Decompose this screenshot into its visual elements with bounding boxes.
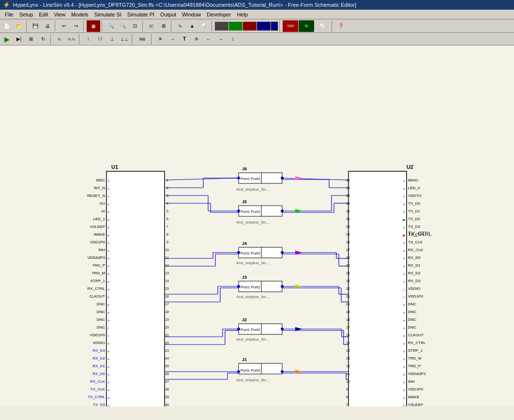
- tb-loop[interactable]: ↻: [37, 33, 49, 45]
- svg-text:11: 11: [346, 372, 350, 375]
- svg-text:11: 11: [165, 256, 169, 259]
- tb-fwd[interactable]: →: [215, 33, 227, 45]
- svg-text:34: 34: [346, 194, 350, 197]
- svg-text:J4: J4: [242, 241, 247, 246]
- tb-open[interactable]: 📂: [13, 20, 25, 32]
- svg-text:×: ×: [107, 233, 110, 238]
- tb-new[interactable]: 📄: [1, 20, 13, 32]
- tb-c3[interactable]: [243, 22, 257, 30]
- menu-simulate-pi[interactable]: Simulate PI: [124, 11, 157, 18]
- svg-text:TX_CLK: TX_CLK: [408, 240, 423, 244]
- svg-text:×: ×: [107, 303, 110, 307]
- tb-undo[interactable]: ↩: [58, 20, 70, 32]
- svg-text:VDDIO: VDDIO: [93, 341, 105, 345]
- tb-measure3[interactable]: ⊥: [106, 33, 118, 45]
- svg-text:VDDA3P3: VDDA3P3: [88, 255, 106, 260]
- tb-measure1[interactable]: ⊺: [82, 33, 94, 45]
- tb-run[interactable]: ▶: [1, 33, 13, 45]
- menu-setup[interactable]: Setup: [16, 11, 36, 18]
- tb-c4[interactable]: [257, 22, 271, 30]
- svg-text:22: 22: [346, 287, 350, 290]
- tb-move[interactable]: ✛: [191, 33, 202, 45]
- svg-text:×: ×: [403, 272, 405, 276]
- svg-text:WAKE: WAKE: [408, 395, 419, 399]
- svg-text:DNC: DNC: [408, 317, 417, 322]
- svg-text:×: ×: [403, 404, 405, 406]
- svg-text:5: 5: [166, 210, 168, 213]
- tb-arrow[interactable]: →: [166, 33, 178, 45]
- svg-text:24: 24: [165, 357, 169, 360]
- menu-simulate-si[interactable]: Simulate SI: [91, 11, 124, 18]
- tb-step2[interactable]: ⊞: [25, 33, 37, 45]
- tb-c1[interactable]: [215, 22, 228, 30]
- svg-text:TX_D2: TX_D2: [408, 217, 420, 221]
- menu-view[interactable]: View: [51, 11, 68, 18]
- tb-redo[interactable]: ↪: [70, 20, 82, 32]
- tb-scope[interactable]: 📊: [198, 20, 210, 32]
- tb-connector[interactable]: ⊞: [158, 20, 169, 32]
- tb-sim2[interactable]: SI: [299, 20, 314, 32]
- svg-text:4mil_stripline_5in...: 4mil_stripline_5in...: [236, 295, 269, 299]
- svg-text:RX_D3: RX_D3: [92, 348, 105, 353]
- schematic-canvas[interactable]: 1 2 3 4 5 6 7 8 9 10 11 12 13 14 15 16 1…: [0, 45, 514, 406]
- svg-text:×: ×: [107, 272, 110, 276]
- menu-help[interactable]: Help: [234, 11, 251, 18]
- tb-sim1[interactable]: SIM: [283, 20, 298, 32]
- tb-help[interactable]: ❓: [335, 20, 347, 32]
- tb-waveform1[interactable]: ∿: [54, 33, 65, 45]
- tb-back[interactable]: ←: [203, 33, 214, 45]
- svg-text:U2: U2: [407, 164, 413, 170]
- tb-measure4[interactable]: ⊥⊥: [119, 33, 130, 45]
- svg-text:STRP_1: STRP_1: [91, 279, 106, 283]
- svg-text:19: 19: [346, 310, 350, 314]
- tb-waveform2[interactable]: ∿∿: [66, 33, 77, 45]
- tb-zoom-fit[interactable]: ⊡: [129, 20, 141, 32]
- svg-text:TX_D3: TX_D3: [93, 403, 105, 406]
- svg-text:19: 19: [165, 318, 169, 321]
- svg-text:STRP_1: STRP_1: [408, 348, 423, 353]
- tb-step[interactable]: ▶|: [13, 33, 25, 45]
- svg-text:×: ×: [403, 280, 405, 284]
- tb-print[interactable]: 🖨: [42, 20, 53, 32]
- svg-text:15: 15: [346, 341, 350, 345]
- svg-point-83: [281, 251, 284, 254]
- tb-probe[interactable]: ▲: [186, 20, 198, 32]
- menu-output[interactable]: Output: [157, 11, 179, 18]
- tb-grid[interactable]: ▦: [87, 20, 100, 32]
- svg-text:×: ×: [403, 241, 405, 245]
- svg-text:J5: J5: [242, 199, 247, 204]
- svg-text:VDDA3P3: VDDA3P3: [408, 372, 426, 376]
- tb-ic[interactable]: IC: [146, 20, 157, 32]
- tb-c2[interactable]: [229, 22, 242, 30]
- svg-text:×: ×: [107, 179, 110, 183]
- tb-zoom-in[interactable]: 🔍: [105, 20, 117, 32]
- svg-text:4mil_stripline_5in...: 4mil_stripline_5in...: [236, 337, 269, 342]
- tb-scroll[interactable]: ↕: [227, 33, 239, 45]
- svg-point-79: [281, 177, 284, 180]
- tb-zoom-out[interactable]: 🔍: [117, 20, 129, 32]
- tb-sim3[interactable]: 📈: [315, 20, 330, 32]
- menu-edit[interactable]: Edit: [36, 11, 51, 18]
- svg-text:18: 18: [165, 310, 169, 314]
- svg-text:18: 18: [346, 318, 350, 321]
- tb-c5[interactable]: [271, 22, 278, 30]
- menu-file[interactable]: File: [2, 11, 16, 18]
- svg-text:LED_0: LED_0: [408, 186, 420, 190]
- tb-wire[interactable]: ∿: [174, 20, 186, 32]
- svg-rect-0: [106, 171, 165, 406]
- svg-text:J6: J6: [242, 166, 247, 171]
- tb-measure2[interactable]: ⊺⊺: [94, 33, 106, 45]
- svg-text:21: 21: [346, 295, 350, 298]
- svg-text:VDDTO: VDDTO: [408, 194, 422, 198]
- svg-text:36: 36: [346, 179, 350, 182]
- svg-text:30: 30: [346, 225, 350, 228]
- menu-models[interactable]: Models: [68, 11, 91, 18]
- tb-int[interactable]: INt: [135, 33, 150, 45]
- menu-window[interactable]: Window: [179, 11, 204, 18]
- tb-cross[interactable]: ✕: [154, 33, 166, 45]
- menu-developer[interactable]: Developer: [204, 11, 234, 18]
- svg-text:×: ×: [403, 303, 405, 307]
- tb-t[interactable]: T: [179, 33, 190, 45]
- svg-rect-3: [239, 206, 282, 216]
- tb-save[interactable]: 💾: [30, 20, 41, 32]
